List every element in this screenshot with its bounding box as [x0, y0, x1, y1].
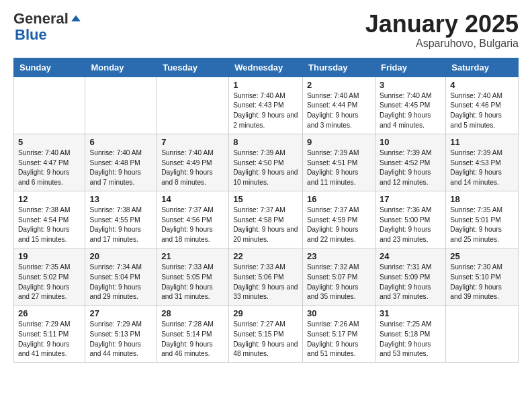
- day-number: 28: [161, 308, 224, 318]
- day-info: Sunrise: 7:38 AM Sunset: 4:54 PM Dayligh…: [18, 205, 81, 245]
- day-number: 24: [380, 251, 441, 261]
- table-row: 15Sunrise: 7:37 AM Sunset: 4:58 PM Dayli…: [229, 191, 303, 248]
- day-info: Sunrise: 7:38 AM Sunset: 4:55 PM Dayligh…: [89, 205, 152, 245]
- day-number: 19: [18, 251, 81, 261]
- day-number: 6: [89, 137, 152, 147]
- day-info: Sunrise: 7:33 AM Sunset: 5:06 PM Dayligh…: [233, 263, 298, 302]
- table-row: 21Sunrise: 7:33 AM Sunset: 5:05 PM Dayli…: [157, 248, 229, 305]
- table-row: 20Sunrise: 7:34 AM Sunset: 5:04 PM Dayli…: [85, 248, 157, 305]
- day-info: Sunrise: 7:29 AM Sunset: 5:13 PM Dayligh…: [89, 320, 152, 359]
- day-number: 20: [89, 251, 152, 261]
- table-row: 3Sunrise: 7:40 AM Sunset: 4:45 PM Daylig…: [375, 77, 445, 134]
- table-row: 6Sunrise: 7:40 AM Sunset: 4:48 PM Daylig…: [85, 134, 157, 191]
- day-number: 7: [161, 137, 224, 147]
- day-number: 29: [233, 308, 298, 318]
- table-row: 13Sunrise: 7:38 AM Sunset: 4:55 PM Dayli…: [85, 191, 157, 248]
- table-row: 26Sunrise: 7:29 AM Sunset: 5:11 PM Dayli…: [14, 306, 85, 363]
- month-title: January 2025: [365, 11, 519, 38]
- logo-text: General: [13, 11, 69, 27]
- day-info: Sunrise: 7:31 AM Sunset: 5:09 PM Dayligh…: [380, 263, 441, 302]
- page-header: General Blue January 2025 Asparuhovo, Bu…: [13, 11, 519, 50]
- calendar-week-row: 1Sunrise: 7:40 AM Sunset: 4:43 PM Daylig…: [14, 77, 519, 134]
- table-row: 12Sunrise: 7:38 AM Sunset: 4:54 PM Dayli…: [14, 191, 85, 248]
- table-row: 18Sunrise: 7:35 AM Sunset: 5:01 PM Dayli…: [446, 191, 519, 248]
- day-number: 16: [307, 194, 371, 204]
- day-info: Sunrise: 7:40 AM Sunset: 4:46 PM Dayligh…: [450, 91, 514, 131]
- table-row: [14, 77, 85, 134]
- calendar-week-row: 12Sunrise: 7:38 AM Sunset: 4:54 PM Dayli…: [14, 191, 519, 248]
- day-info: Sunrise: 7:32 AM Sunset: 5:07 PM Dayligh…: [307, 263, 371, 302]
- logo-icon: [70, 13, 82, 25]
- table-row: 28Sunrise: 7:28 AM Sunset: 5:14 PM Dayli…: [157, 306, 229, 363]
- logo-general: General: [13, 10, 69, 27]
- table-row: 11Sunrise: 7:39 AM Sunset: 4:53 PM Dayli…: [446, 134, 519, 191]
- header-wednesday: Wednesday: [229, 58, 303, 77]
- day-info: Sunrise: 7:39 AM Sunset: 4:51 PM Dayligh…: [307, 148, 371, 188]
- day-info: Sunrise: 7:35 AM Sunset: 5:02 PM Dayligh…: [18, 263, 81, 302]
- table-row: 17Sunrise: 7:36 AM Sunset: 5:00 PM Dayli…: [375, 191, 445, 248]
- day-number: 12: [18, 194, 81, 204]
- day-info: Sunrise: 7:37 AM Sunset: 4:58 PM Dayligh…: [233, 205, 298, 245]
- table-row: [157, 77, 229, 134]
- day-info: Sunrise: 7:40 AM Sunset: 4:44 PM Dayligh…: [307, 91, 371, 131]
- day-info: Sunrise: 7:40 AM Sunset: 4:48 PM Dayligh…: [89, 148, 152, 188]
- day-number: 5: [18, 137, 81, 147]
- table-row: [85, 77, 157, 134]
- title-block: January 2025 Asparuhovo, Bulgaria: [365, 11, 519, 50]
- day-info: Sunrise: 7:33 AM Sunset: 5:05 PM Dayligh…: [161, 263, 224, 302]
- location: Asparuhovo, Bulgaria: [365, 38, 519, 50]
- table-row: 19Sunrise: 7:35 AM Sunset: 5:02 PM Dayli…: [14, 248, 85, 305]
- day-number: 27: [89, 308, 152, 318]
- table-row: 29Sunrise: 7:27 AM Sunset: 5:15 PM Dayli…: [229, 306, 303, 363]
- day-number: 2: [307, 80, 371, 90]
- table-row: 8Sunrise: 7:39 AM Sunset: 4:50 PM Daylig…: [229, 134, 303, 191]
- calendar-week-row: 19Sunrise: 7:35 AM Sunset: 5:02 PM Dayli…: [14, 248, 519, 305]
- calendar-week-row: 26Sunrise: 7:29 AM Sunset: 5:11 PM Dayli…: [14, 306, 519, 363]
- day-number: 22: [233, 251, 298, 261]
- day-info: Sunrise: 7:40 AM Sunset: 4:45 PM Dayligh…: [380, 91, 441, 131]
- table-row: 30Sunrise: 7:26 AM Sunset: 5:17 PM Dayli…: [303, 306, 375, 363]
- day-number: 30: [307, 308, 371, 318]
- day-number: 23: [307, 251, 371, 261]
- day-info: Sunrise: 7:40 AM Sunset: 4:47 PM Dayligh…: [18, 148, 81, 188]
- page-container: General Blue January 2025 Asparuhovo, Bu…: [0, 0, 532, 376]
- table-row: 22Sunrise: 7:33 AM Sunset: 5:06 PM Dayli…: [229, 248, 303, 305]
- day-info: Sunrise: 7:36 AM Sunset: 5:00 PM Dayligh…: [380, 205, 441, 245]
- table-row: 1Sunrise: 7:40 AM Sunset: 4:43 PM Daylig…: [229, 77, 303, 134]
- table-row: [446, 306, 519, 363]
- header-thursday: Thursday: [303, 58, 375, 77]
- day-info: Sunrise: 7:25 AM Sunset: 5:18 PM Dayligh…: [380, 320, 441, 359]
- day-info: Sunrise: 7:40 AM Sunset: 4:49 PM Dayligh…: [161, 148, 224, 188]
- calendar-header-row: Sunday Monday Tuesday Wednesday Thursday…: [14, 58, 519, 77]
- day-number: 25: [450, 251, 514, 261]
- day-info: Sunrise: 7:40 AM Sunset: 4:43 PM Dayligh…: [233, 91, 298, 131]
- day-number: 4: [450, 80, 514, 90]
- day-info: Sunrise: 7:27 AM Sunset: 5:15 PM Dayligh…: [233, 320, 298, 359]
- table-row: 16Sunrise: 7:37 AM Sunset: 4:59 PM Dayli…: [303, 191, 375, 248]
- day-info: Sunrise: 7:29 AM Sunset: 5:11 PM Dayligh…: [18, 320, 81, 359]
- day-number: 3: [380, 80, 441, 90]
- header-sunday: Sunday: [14, 58, 85, 77]
- day-number: 26: [18, 308, 81, 318]
- header-monday: Monday: [85, 58, 157, 77]
- table-row: 2Sunrise: 7:40 AM Sunset: 4:44 PM Daylig…: [303, 77, 375, 134]
- table-row: 24Sunrise: 7:31 AM Sunset: 5:09 PM Dayli…: [375, 248, 445, 305]
- day-info: Sunrise: 7:35 AM Sunset: 5:01 PM Dayligh…: [450, 205, 514, 245]
- table-row: 23Sunrise: 7:32 AM Sunset: 5:07 PM Dayli…: [303, 248, 375, 305]
- calendar-table: Sunday Monday Tuesday Wednesday Thursday…: [13, 58, 519, 363]
- day-info: Sunrise: 7:26 AM Sunset: 5:17 PM Dayligh…: [307, 320, 371, 359]
- day-number: 17: [380, 194, 441, 204]
- day-number: 31: [380, 308, 441, 318]
- day-number: 1: [233, 80, 298, 90]
- table-row: 5Sunrise: 7:40 AM Sunset: 4:47 PM Daylig…: [14, 134, 85, 191]
- day-info: Sunrise: 7:37 AM Sunset: 4:56 PM Dayligh…: [161, 205, 224, 245]
- logo-blue-text: Blue: [15, 26, 47, 43]
- logo: General Blue: [13, 11, 82, 43]
- table-row: 4Sunrise: 7:40 AM Sunset: 4:46 PM Daylig…: [446, 77, 519, 134]
- day-info: Sunrise: 7:39 AM Sunset: 4:52 PM Dayligh…: [380, 148, 441, 188]
- table-row: 10Sunrise: 7:39 AM Sunset: 4:52 PM Dayli…: [375, 134, 445, 191]
- header-saturday: Saturday: [446, 58, 519, 77]
- header-friday: Friday: [375, 58, 445, 77]
- day-info: Sunrise: 7:37 AM Sunset: 4:59 PM Dayligh…: [307, 205, 371, 245]
- day-number: 13: [89, 194, 152, 204]
